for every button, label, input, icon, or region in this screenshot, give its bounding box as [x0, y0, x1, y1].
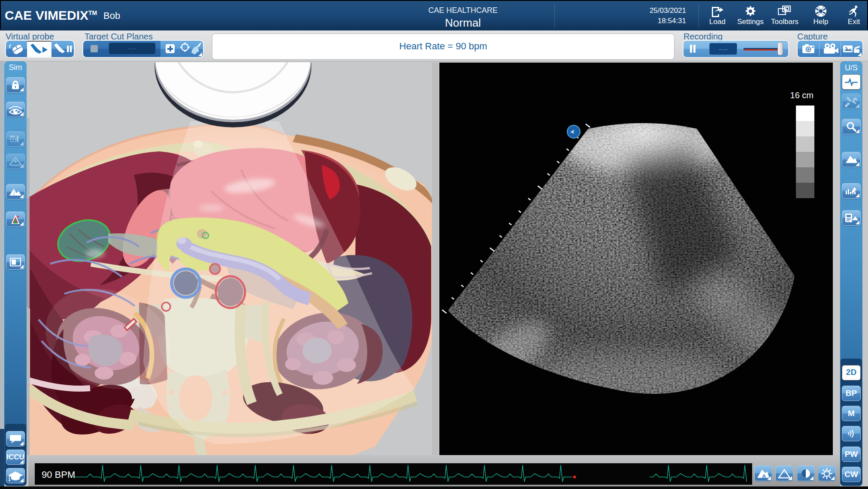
svg-text:A: A [762, 473, 766, 480]
svg-text:16 cm: 16 cm [790, 91, 814, 100]
